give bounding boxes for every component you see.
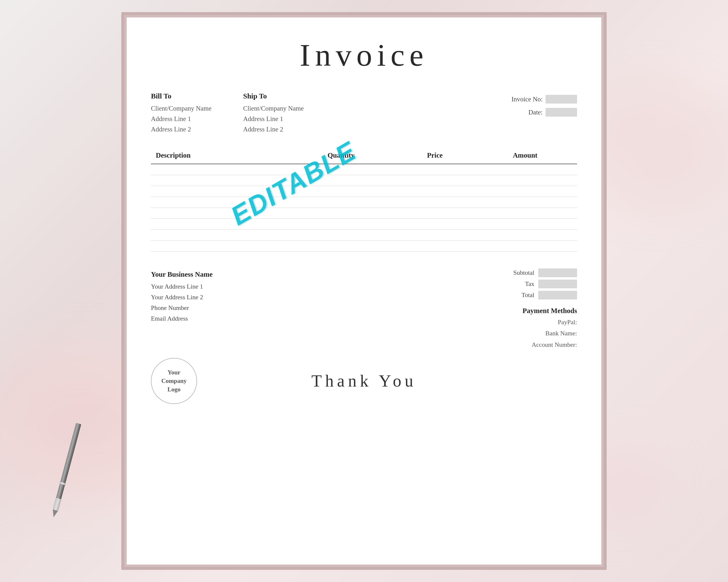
logo-thankyou-section: Your Company Logo Thank You [151,358,577,404]
total-label: Total [510,292,535,299]
ship-to-address2: Address Line 2 [243,124,335,135]
table-row [151,240,577,251]
bank-row: Bank Name: [461,328,577,339]
footer-section: Your Business Name Your Address Line 1 Y… [151,266,577,351]
table-row [151,175,577,186]
bill-to-name: Client/Company Name [151,103,243,114]
ship-to-label: Ship To [243,90,335,102]
tax-label: Tax [510,280,535,287]
bill-to-block: Bill To Client/Company Name Address Line… [151,90,243,135]
bill-to-label: Bill To [151,90,243,102]
business-email: Email Address [151,313,272,324]
invoice-document: Invoice Bill To Client/Company Name Addr… [127,18,601,564]
invoice-title: Invoice [151,37,577,73]
business-name: Your Business Name [151,269,272,280]
payment-block: Payment Methods PayPal: Bank Name: Accou… [461,307,577,351]
table-row [151,229,577,240]
invoice-meta: Invoice No: Date: [511,93,577,119]
business-phone: Phone Number [151,303,272,313]
invoice-no-label: Invoice No: [511,93,543,106]
col-description: Description [151,147,286,164]
table-row [151,164,577,175]
col-amount: Amount [473,147,577,164]
invoice-no-row: Invoice No: [511,93,577,106]
col-quantity: Quantity [286,147,396,164]
business-address1: Your Address Line 1 [151,281,272,292]
table-row [151,207,577,219]
ship-to-address1: Address Line 1 [243,114,335,124]
total-value [538,291,577,300]
tax-row: Tax [461,280,577,288]
invoice-date-row: Date: [511,106,577,119]
paypal-row: PayPal: [461,317,577,328]
table-row [151,186,577,197]
address-section: Bill To Client/Company Name Address Line… [151,90,577,135]
bill-to-address2: Address Line 2 [151,124,243,135]
subtotal-row: Subtotal [461,269,577,277]
col-price: Price [396,147,473,164]
account-row: Account Number: [461,339,577,351]
invoice-table: Description Quantity Price Amount [151,147,577,251]
logo-text: Your Company Logo [161,368,187,394]
pen-decoration [51,423,82,514]
invoice-no-value [546,95,577,104]
business-info: Your Business Name Your Address Line 1 Y… [151,269,272,351]
payment-title: Payment Methods [461,307,577,315]
business-address2: Your Address Line 2 [151,292,272,303]
bill-to-address1: Address Line 1 [151,114,243,124]
totals-block: Subtotal Tax Total [461,269,577,300]
table-row [151,197,577,207]
invoice-date-value [546,108,577,117]
totals-payment: Subtotal Tax Total Payment [461,269,577,351]
invoice-outer-frame: Invoice Bill To Client/Company Name Addr… [121,12,607,570]
invoice-inner-frame: Invoice Bill To Client/Company Name Addr… [124,15,604,567]
subtotal-label: Subtotal [510,269,535,276]
invoice-date-label: Date: [511,106,543,119]
tax-value [538,280,577,288]
ship-to-name: Client/Company Name [243,103,335,114]
subtotal-value [538,269,577,277]
ship-to-block: Ship To Client/Company Name Address Line… [243,90,335,135]
total-row: Total [461,291,577,300]
company-logo: Your Company Logo [151,358,197,404]
thank-you-text: Thank You [197,371,531,391]
table-row [151,219,577,229]
